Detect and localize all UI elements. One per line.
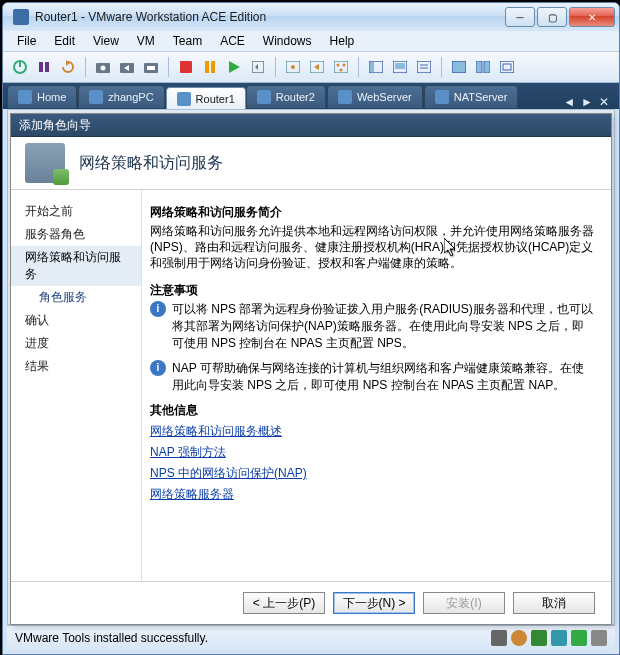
info-icon: i [150,360,166,376]
svg-rect-24 [370,62,374,72]
snapshot2-icon[interactable] [282,56,304,78]
network-icon[interactable] [551,630,567,646]
svg-point-21 [343,64,346,67]
menu-help[interactable]: Help [322,32,363,50]
hdd-icon[interactable] [491,630,507,646]
revert2-icon[interactable] [306,56,328,78]
tab-natserver[interactable]: NATServer [424,85,519,109]
cd-icon[interactable] [511,630,527,646]
note-1: 可以将 NPS 部署为远程身份验证拨入用户服务(RADIUS)服务器和代理，也可… [172,301,595,352]
nav-results[interactable]: 结果 [11,355,141,378]
nav-before-begin[interactable]: 开始之前 [11,200,141,223]
vm-icon [177,92,191,106]
unity-icon[interactable] [496,56,518,78]
intro-text: 网络策略和访问服务允许提供本地和远程网络访问权限，并允许使用网络策略服务器(NP… [150,223,595,272]
vm-tabbar: Home zhangPC Router1 Router2 WebServer N… [3,83,619,109]
svg-rect-2 [39,62,43,72]
tab-zhangpc[interactable]: zhangPC [78,85,164,109]
maximize-button[interactable]: ▢ [537,7,567,27]
pause-icon[interactable] [199,56,221,78]
wizard-nav: 开始之前 服务器角色 网络策略和访问服务 角色服务 确认 进度 结果 [11,190,141,581]
manage-icon[interactable] [140,56,162,78]
usb-icon[interactable] [591,630,607,646]
info-icon: i [150,301,166,317]
summary-icon[interactable] [413,56,435,78]
menu-ace[interactable]: ACE [212,32,253,50]
snapshot-icon[interactable] [92,56,114,78]
svg-rect-26 [395,63,405,69]
menu-view[interactable]: View [85,32,127,50]
console-icon[interactable] [389,56,411,78]
nav-progress[interactable]: 进度 [11,332,141,355]
close-button[interactable]: ✕ [569,7,615,27]
status-text: VMware Tools installed successfully. [15,631,208,645]
power-on-icon[interactable] [9,56,31,78]
menu-edit[interactable]: Edit [46,32,83,50]
svg-rect-10 [147,66,155,70]
nav-confirm[interactable]: 确认 [11,309,141,332]
tab-navigation: ◄ ► ✕ [557,95,615,109]
link-nps-overview[interactable]: 网络策略和访问服务概述 [150,423,595,440]
sidebar-icon[interactable] [365,56,387,78]
tab-prev-icon[interactable]: ◄ [563,95,575,109]
wizard-window: 添加角色向导 网络策略和访问服务 开始之前 服务器角色 网络策略和访问服务 角色… [10,113,612,625]
team-reset-icon[interactable] [247,56,269,78]
reset-icon[interactable] [57,56,79,78]
sound-icon[interactable] [571,630,587,646]
link-nap-in-nps[interactable]: NPS 中的网络访问保护(NAP) [150,465,595,482]
fullscreen-icon[interactable] [448,56,470,78]
svg-rect-13 [211,61,215,73]
svg-rect-32 [484,61,490,73]
stop-icon[interactable] [175,56,197,78]
intro-title: 网络策略和访问服务简介 [150,204,595,221]
vm-icon [257,90,271,104]
tab-webserver[interactable]: WebServer [327,85,423,109]
app-window: Router1 - VMware Workstation ACE Edition… [2,2,620,655]
menu-team[interactable]: Team [165,32,210,50]
tab-home[interactable]: Home [7,85,77,109]
next-button[interactable]: 下一步(N) > [333,592,415,614]
svg-rect-27 [417,61,431,73]
wizard-title: 添加角色向导 [11,114,611,137]
tab-router2[interactable]: Router2 [246,85,326,109]
minimize-button[interactable]: ─ [505,7,535,27]
svg-point-20 [337,64,340,67]
revert-icon[interactable] [116,56,138,78]
home-icon [18,90,32,104]
svg-marker-14 [229,61,240,73]
app-icon [13,9,29,25]
floppy-icon[interactable] [531,630,547,646]
wizard-icon [25,143,65,183]
menu-file[interactable]: File [9,32,44,50]
suspend-icon[interactable] [33,56,55,78]
vm-icon [338,90,352,104]
wizard-heading: 网络策略和访问服务 [79,153,223,174]
quick-switch-icon[interactable] [472,56,494,78]
manager-icon[interactable] [330,56,352,78]
menubar: File Edit View VM Team ACE Windows Help [3,31,619,51]
tab-router1[interactable]: Router1 [166,87,246,110]
svg-point-17 [291,65,295,69]
nav-server-roles[interactable]: 服务器角色 [11,223,141,246]
svg-rect-31 [476,61,482,73]
wizard-buttons: < 上一步(P) 下一步(N) > 安装(I) 取消 [11,581,611,624]
menu-windows[interactable]: Windows [255,32,320,50]
tab-close-icon[interactable]: ✕ [599,95,609,109]
link-nap-enforcement[interactable]: NAP 强制方法 [150,444,595,461]
statusbar: VMware Tools installed successfully. [7,625,615,650]
link-nps-server[interactable]: 网络策略服务器 [150,486,595,503]
tab-next-icon[interactable]: ► [581,95,593,109]
menu-vm[interactable]: VM [129,32,163,50]
toolbar [3,51,619,83]
vm-icon [89,90,103,104]
nav-nps[interactable]: 网络策略和访问服务 [11,246,141,286]
play-icon[interactable] [223,56,245,78]
prev-button[interactable]: < 上一步(P) [243,592,325,614]
notes-title: 注意事项 [150,282,595,299]
svg-rect-34 [503,64,511,70]
svg-point-6 [101,66,106,71]
cancel-button[interactable]: 取消 [513,592,595,614]
other-title: 其他信息 [150,402,595,419]
install-button[interactable]: 安装(I) [423,592,505,614]
nav-role-services[interactable]: 角色服务 [11,286,141,309]
